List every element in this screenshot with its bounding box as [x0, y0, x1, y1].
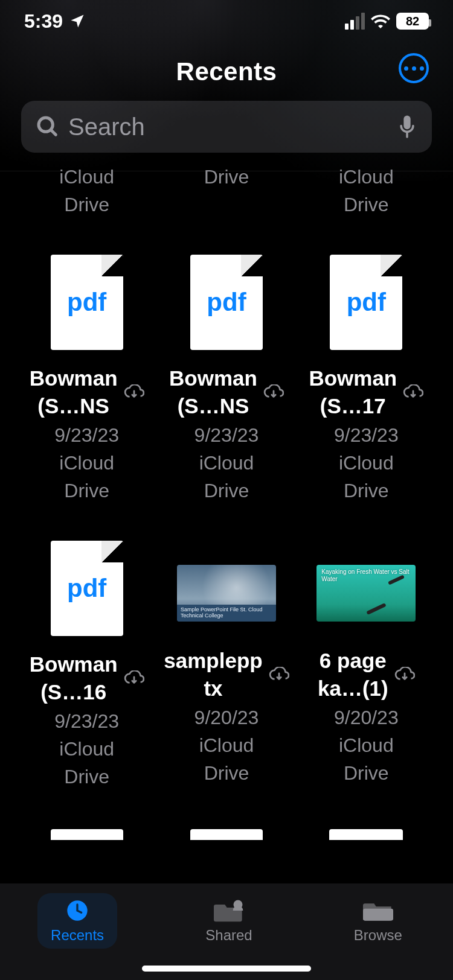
file-item[interactable]: pdf Bowman (S…16 9/23/23 iCloud Drive	[18, 541, 155, 791]
folder-person-icon	[214, 898, 244, 923]
file-location: iCloud Drive	[339, 163, 394, 218]
file-item[interactable]: iCloud Drive	[298, 165, 435, 218]
more-options-button[interactable]	[399, 53, 429, 83]
page-title: Recents	[0, 57, 453, 86]
file-item[interactable]: iCloud Drive	[18, 165, 155, 218]
file-date: 9/20/23	[194, 704, 259, 731]
battery-indicator: 82	[396, 13, 429, 30]
cellular-signal-icon	[345, 13, 365, 30]
file-name: samplepp tx	[164, 647, 262, 702]
file-date: 9/23/23	[334, 421, 399, 449]
ppt-title-strip: Sample PowerPoint File St. Cloud Technic…	[177, 605, 276, 622]
file-item[interactable]: Drive	[158, 165, 295, 218]
tab-recents[interactable]: Recents	[37, 893, 117, 949]
file-location: iCloud Drive	[199, 449, 254, 504]
file-thumbnail-pdf: pdf	[330, 255, 402, 350]
cloud-download-icon	[269, 667, 289, 682]
file-date: 9/23/23	[54, 421, 119, 449]
file-location: iCloud Drive	[59, 735, 114, 791]
svg-rect-2	[403, 116, 410, 130]
search-icon	[36, 115, 60, 139]
file-name: 6 page ka…(1)	[318, 647, 388, 702]
home-indicator[interactable]	[142, 966, 311, 972]
file-thumbnail-peek	[51, 829, 123, 840]
cloud-download-icon	[403, 384, 423, 400]
ellipsis-icon	[404, 66, 408, 71]
nav-header: Recents	[0, 42, 453, 101]
file-item[interactable]: pdf Bowman (S…17 9/23/23 iCloud Drive	[298, 255, 435, 504]
file-item[interactable]: Kayaking on Fresh Water vs Salt Water 6 …	[298, 541, 435, 791]
search-field[interactable]	[21, 101, 432, 153]
file-date: 9/23/23	[54, 707, 119, 735]
file-item[interactable]	[18, 829, 155, 840]
status-time: 5:39	[24, 10, 63, 33]
file-grid[interactable]: iCloud Drive Drive iCloud Drive pdf Bowm…	[0, 165, 453, 840]
location-arrow-icon	[69, 13, 86, 30]
microphone-icon[interactable]	[397, 113, 417, 140]
file-thumbnail-pdf: pdf	[51, 255, 123, 350]
file-item[interactable]: pdf Bowman (S…NS 9/23/23 iCloud Drive	[158, 255, 295, 504]
tab-shared[interactable]: Shared	[192, 893, 265, 949]
wifi-icon	[371, 14, 390, 28]
status-bar: 5:39 82	[0, 0, 453, 42]
file-name: Bowman (S…NS	[169, 364, 257, 420]
tab-browse[interactable]: Browse	[341, 893, 416, 949]
battery-percent: 82	[406, 14, 419, 28]
svg-line-1	[51, 130, 56, 135]
file-thumbnail-pdf: pdf	[190, 255, 263, 350]
file-date: 9/23/23	[194, 421, 259, 449]
file-location: iCloud Drive	[339, 731, 394, 787]
file-thumbnail-peek	[329, 829, 403, 840]
file-location: iCloud Drive	[199, 731, 254, 787]
cloud-download-icon	[263, 384, 284, 400]
tab-label: Recents	[51, 927, 104, 944]
search-input[interactable]	[68, 113, 397, 141]
file-name: Bowman (S…NS	[30, 364, 118, 420]
folder-icon	[363, 898, 393, 923]
file-name: Bowman (S…16	[30, 651, 118, 706]
svg-rect-6	[363, 909, 393, 921]
file-thumbnail-ppt: Sample PowerPoint File St. Cloud Technic…	[177, 565, 276, 622]
file-item[interactable]: Sample PowerPoint File St. Cloud Technic…	[158, 541, 295, 791]
tab-bar: Recents Shared Browse	[0, 883, 453, 980]
file-thumbnail-image: Kayaking on Fresh Water vs Salt Water	[316, 565, 416, 622]
file-item[interactable]: pdf Bowman (S…NS 9/23/23 iCloud Drive	[18, 255, 155, 504]
clock-icon	[65, 898, 89, 923]
file-thumbnail-peek	[190, 829, 263, 840]
file-location: iCloud Drive	[59, 449, 114, 504]
cloud-download-icon	[124, 384, 144, 400]
file-item[interactable]	[298, 829, 435, 840]
file-thumbnail-pdf: pdf	[51, 541, 123, 636]
tab-label: Shared	[205, 927, 252, 944]
file-item[interactable]	[158, 829, 295, 840]
file-name: Bowman (S…17	[309, 364, 397, 420]
cloud-download-icon	[124, 670, 144, 686]
file-location: iCloud Drive	[59, 163, 114, 218]
cloud-download-icon	[394, 667, 415, 682]
file-location: iCloud Drive	[339, 449, 394, 504]
tab-label: Browse	[354, 927, 402, 944]
file-date: 9/20/23	[334, 704, 399, 731]
